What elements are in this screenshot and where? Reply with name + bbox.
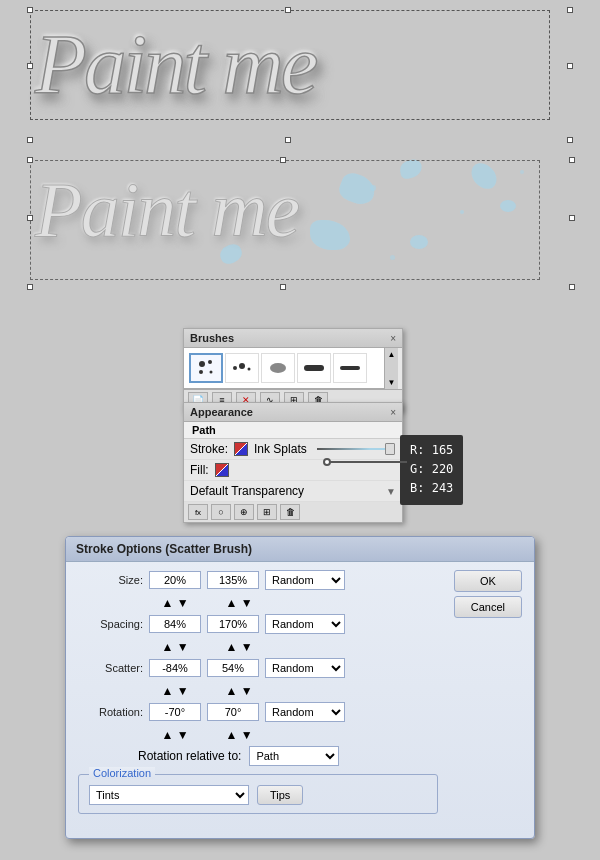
stroke-brush-name: Ink Splats [254,442,307,456]
transparency-label: Default Transparency [190,484,304,498]
selection-handle [567,63,573,69]
brush-small-icon [338,358,362,378]
rotation-min-arrows: ▲ ▼ [149,728,201,742]
scatter-max-input[interactable] [207,659,259,677]
appearance-clear-button[interactable]: ○ [211,504,231,520]
appearance-panel-close[interactable]: × [390,407,396,418]
colorization-method-select[interactable]: Tints [89,785,249,805]
brush-splat-icon [194,356,218,380]
fill-row: Fill: [184,460,402,481]
rotation-min-input[interactable] [149,703,201,721]
ink-dot [520,170,524,174]
stroke-row: Stroke: Ink Splats [184,439,402,460]
selection-handle [567,137,573,143]
tips-button[interactable]: Tips [257,785,303,805]
connector-dot [323,458,331,466]
brush-scatter-icon [266,358,290,378]
appearance-fx-button[interactable]: fx [188,504,208,520]
selection-handle [27,215,33,221]
rotation-relative-label: Rotation relative to: [138,749,241,763]
svg-point-0 [199,361,205,367]
svg-point-5 [239,363,245,369]
svg-point-7 [270,363,286,373]
selection-handle [569,284,575,290]
r-value: R: 165 [410,441,453,460]
selection-handle [27,7,33,13]
ink-dot [370,185,376,191]
ink-splat [500,200,516,212]
transparency-arrow: ▼ [386,486,396,497]
size-min-arrows: ▲ ▼ [149,596,201,610]
scatter-min-arrows: ▲ ▼ [149,684,201,698]
appearance-panel-title: Appearance [190,406,253,418]
ink-dot [460,210,464,214]
scatter-min-input[interactable] [149,659,201,677]
appearance-toolbar: fx ○ ⊕ ⊞ 🗑 [184,502,402,522]
brush-item[interactable] [225,353,259,383]
scroll-down-arrow[interactable]: ▼ [388,378,396,387]
ok-button[interactable]: OK [454,570,522,592]
selection-handle [569,157,575,163]
size-arrows: ▲ ▼ ▲ ▼ [149,596,438,610]
selection-handle [27,63,33,69]
dialog-title: Stroke Options (Scatter Brush) [66,537,534,562]
selection-handle [280,157,286,163]
spacing-label: Spacing: [78,618,143,630]
selection-handle [27,157,33,163]
svg-rect-9 [340,366,360,370]
b-value: B: 243 [410,479,453,498]
ink-splat [399,158,424,180]
cancel-button[interactable]: Cancel [454,596,522,618]
fill-color-swatch[interactable] [215,463,229,477]
size-max-arrows: ▲ ▼ [213,596,265,610]
spacing-row: Spacing: Random [78,614,438,634]
selection-handle [285,137,291,143]
ink-splat [410,235,428,249]
scroll-up-arrow[interactable]: ▲ [388,350,396,359]
brush-grid [184,348,384,389]
spacing-arrows: ▲ ▼ ▲ ▼ [149,640,438,654]
g-value: G: 220 [410,460,453,479]
connector-line [327,461,407,463]
brushes-panel-title: Brushes [190,332,234,344]
brush-item[interactable] [261,353,295,383]
rotation-label: Rotation: [78,706,143,718]
canvas-area: Paint me Paint me [0,0,600,310]
brush-item[interactable] [333,353,367,383]
paint-me-bottom-container: Paint me [20,155,580,295]
paint-me-bottom-text: Paint me [35,165,298,255]
appearance-delete-button[interactable]: 🗑 [280,504,300,520]
stroke-color-swatch[interactable] [234,442,248,456]
dialog-buttons: OK Cancel [454,570,522,618]
brushes-panel-close[interactable]: × [390,333,396,344]
scatter-row: Scatter: Random [78,658,438,678]
paint-me-top-text: Paint me [35,15,316,113]
svg-rect-8 [304,365,324,371]
spacing-max-input[interactable] [207,615,259,633]
brush-scrollbar[interactable]: ▲ ▼ [384,348,398,389]
brushes-panel: Brushes × [183,328,403,412]
rotation-method-select[interactable]: Random [265,702,345,722]
colorization-group: Colorization Tints Tips [78,774,438,814]
selection-handle [27,137,33,143]
brush-item-selected[interactable] [189,353,223,383]
brushes-panel-header: Brushes × [184,329,402,348]
appearance-dup-button[interactable]: ⊕ [234,504,254,520]
path-label: Path [184,422,402,439]
rotation-max-input[interactable] [207,703,259,721]
size-max-input[interactable] [207,571,259,589]
selection-handle [567,7,573,13]
appearance-move-button[interactable]: ⊞ [257,504,277,520]
spacing-method-select[interactable]: Random [265,614,345,634]
selection-handle [569,215,575,221]
rotation-relative-select[interactable]: Path [249,746,339,766]
size-method-select[interactable]: Random [265,570,345,590]
transparency-row: Default Transparency ▼ [184,481,402,502]
svg-point-6 [248,368,251,371]
brush-item[interactable] [297,353,331,383]
size-min-input[interactable] [149,571,201,589]
fill-label: Fill: [190,463,209,477]
scatter-method-select[interactable]: Random [265,658,345,678]
stroke-label: Stroke: [190,442,228,456]
spacing-min-input[interactable] [149,615,201,633]
